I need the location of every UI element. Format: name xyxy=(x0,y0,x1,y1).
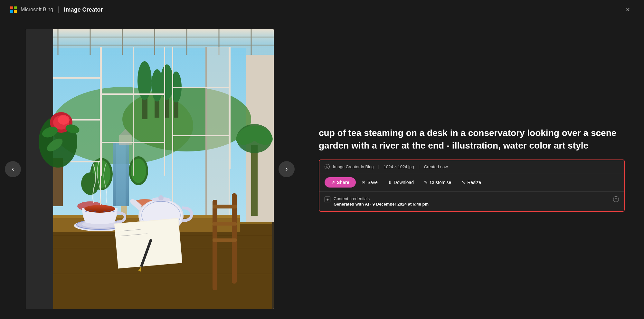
source-icon: ⊙ xyxy=(325,164,330,169)
share-label: Share xyxy=(337,180,349,185)
image-container xyxy=(26,19,274,319)
info-card-header: ⊙ Image Creator in Bing | 1024 × 1024 jp… xyxy=(319,160,624,173)
download-icon: ⬇ xyxy=(388,180,392,185)
credentials-icon: ◈ xyxy=(325,197,330,202)
credentials-left: ◈ Content credentials Generated with AI … xyxy=(325,196,429,207)
created-text: Created now xyxy=(424,164,448,169)
share-icon: ↗ xyxy=(331,180,335,185)
resize-button[interactable]: ⤡ Resize xyxy=(457,177,486,188)
svg-rect-35 xyxy=(100,47,101,230)
actions-row: ↗ Share ⊡ Save ⬇ Download ✎ Customise ⤡ xyxy=(319,173,624,192)
resize-label: Resize xyxy=(467,180,481,185)
svg-rect-36 xyxy=(52,77,101,79)
generated-image xyxy=(26,29,274,309)
svg-rect-22 xyxy=(119,135,132,145)
svg-rect-92 xyxy=(251,145,258,216)
customise-button[interactable]: ✎ Customise xyxy=(420,177,456,188)
image-wrapper xyxy=(26,29,274,309)
svg-rect-51 xyxy=(230,47,231,169)
credentials-section: ◈ Content credentials Generated with AI … xyxy=(319,192,624,211)
save-button[interactable]: ⊡ Save xyxy=(357,177,382,188)
svg-rect-91 xyxy=(213,238,237,242)
customise-icon: ✎ xyxy=(424,180,428,185)
svg-point-79 xyxy=(158,195,164,200)
separator2: | xyxy=(418,164,419,169)
svg-rect-40 xyxy=(164,47,165,176)
svg-rect-53 xyxy=(26,29,53,309)
brand-name: Microsoft Bing Image Creator xyxy=(21,6,103,13)
download-button[interactable]: ⬇ Download xyxy=(384,177,418,188)
help-icon[interactable]: ? xyxy=(613,196,619,202)
credentials-value: Generated with AI · 9 December 2024 at 6… xyxy=(334,202,429,207)
header-left: Microsoft Bing Image Creator xyxy=(10,6,103,13)
share-button[interactable]: ↗ Share xyxy=(325,177,356,188)
svg-rect-89 xyxy=(213,205,237,208)
svg-rect-87 xyxy=(213,200,217,290)
prev-arrow-circle: ‹ xyxy=(5,161,21,177)
header: Microsoft Bing Image Creator × xyxy=(0,0,644,19)
header-divider xyxy=(58,6,59,13)
svg-rect-24 xyxy=(26,29,274,55)
svg-point-65 xyxy=(58,115,70,125)
right-panel: cup of tea steaming on a desk in a conse… xyxy=(299,19,644,319)
next-chevron-icon: › xyxy=(285,165,288,173)
close-button[interactable]: × xyxy=(622,4,634,15)
source-text: Image Creator in Bing xyxy=(333,164,374,169)
microsoft-logo xyxy=(10,6,17,13)
svg-rect-49 xyxy=(172,87,229,88)
svg-point-75 xyxy=(84,205,115,213)
customise-label: Customise xyxy=(430,180,451,185)
svg-rect-90 xyxy=(213,222,237,226)
svg-rect-39 xyxy=(101,47,102,176)
image-title: cup of tea steaming on a desk in a conse… xyxy=(319,127,625,152)
save-label: Save xyxy=(367,180,378,185)
dimensions-text: 1024 × 1024 jpg xyxy=(384,164,414,169)
credentials-text: Content credentials Generated with AI · … xyxy=(334,196,429,207)
download-label: Download xyxy=(394,180,414,185)
svg-rect-48 xyxy=(205,47,207,234)
prev-chevron-icon: ‹ xyxy=(12,165,14,173)
svg-rect-13 xyxy=(116,142,126,206)
svg-rect-43 xyxy=(133,47,134,176)
bing-text: Microsoft Bing xyxy=(21,7,53,13)
svg-rect-50 xyxy=(172,135,229,136)
next-arrow-circle: › xyxy=(279,161,295,177)
credentials-label: Content credentials xyxy=(334,196,429,201)
prev-arrow-button[interactable]: ‹ xyxy=(0,19,26,319)
next-arrow-button[interactable]: › xyxy=(274,19,299,319)
resize-icon: ⤡ xyxy=(461,180,465,185)
header-title: Image Creator xyxy=(64,6,103,13)
separator1: | xyxy=(378,164,379,169)
svg-point-19 xyxy=(81,172,99,195)
info-card: ⊙ Image Creator in Bing | 1024 × 1024 jp… xyxy=(319,160,625,212)
svg-rect-82 xyxy=(115,219,182,268)
save-icon: ⊡ xyxy=(362,180,365,185)
main-content: ‹ xyxy=(0,19,644,319)
